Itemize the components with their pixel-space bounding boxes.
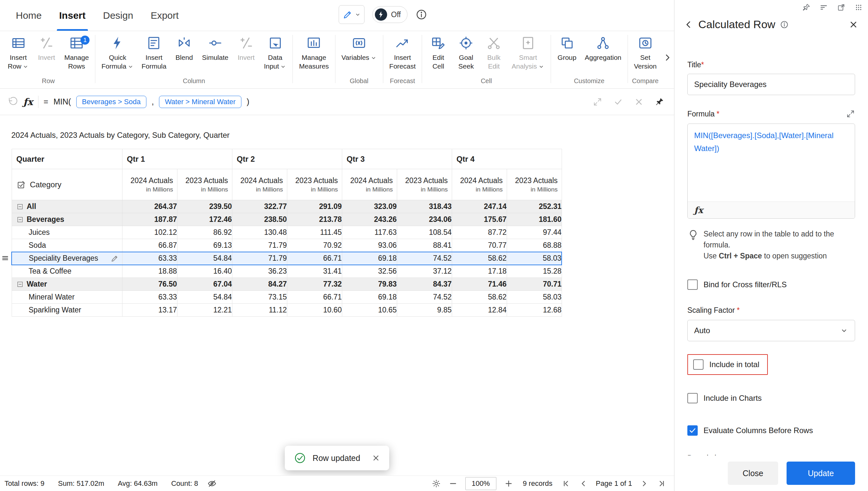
ribbon-button-insert-forecast[interactable]: InsertForecast <box>385 35 420 71</box>
cell-value[interactable]: 36.23 <box>232 265 287 278</box>
zoom-out-button[interactable] <box>448 479 458 488</box>
cell-value[interactable]: 18.88 <box>122 265 177 278</box>
title-input[interactable]: Speciality Beverages <box>687 74 855 95</box>
collapse-icon[interactable] <box>17 216 24 223</box>
cell-value[interactable]: 66.87 <box>122 239 177 252</box>
scaling-factor-select[interactable]: Auto <box>687 320 855 341</box>
cell-value[interactable]: 58.62 <box>452 252 507 265</box>
cell-value[interactable]: 58.03 <box>507 291 562 304</box>
expand-formula-editor-icon[interactable] <box>846 109 855 118</box>
formula-editor-text[interactable]: MIN([Beverages].[Soda],[Water].[Mineral … <box>688 124 855 202</box>
expand-formula-icon[interactable] <box>593 97 602 107</box>
ribbon-button-manage-measures[interactable]: ManageMeasures <box>295 35 333 71</box>
ribbon-button-blend[interactable]: Blend <box>170 35 198 62</box>
row-drag-handle[interactable] <box>1 254 9 262</box>
cell-value[interactable]: 69.18 <box>342 291 397 304</box>
ribbon-button-aggregation[interactable]: Aggregation <box>581 35 625 62</box>
cell-value[interactable]: 88.41 <box>397 239 452 252</box>
zoom-in-button[interactable] <box>504 479 513 488</box>
cell-value[interactable]: 111.45 <box>287 226 342 239</box>
cell-value[interactable]: 66.71 <box>287 252 342 265</box>
next-page-button[interactable] <box>640 479 649 488</box>
cell-value[interactable]: 187.87 <box>122 213 177 226</box>
popout-icon[interactable] <box>837 3 845 12</box>
edit-row-icon[interactable] <box>111 254 119 263</box>
info-icon[interactable] <box>415 8 428 21</box>
close-panel-icon[interactable] <box>848 20 858 29</box>
first-page-button[interactable] <box>562 479 571 488</box>
cell-value[interactable]: 70.77 <box>452 239 507 252</box>
checkbox[interactable] <box>687 280 698 290</box>
table-row-mineral-water[interactable]: Mineral Water63.3354.8473.1566.7169.1874… <box>12 291 562 304</box>
sort-lines-icon[interactable] <box>819 3 828 12</box>
tab-export[interactable]: Export <box>142 0 187 31</box>
zoom-level[interactable]: 100% <box>465 477 496 490</box>
settings-gear-icon[interactable] <box>432 479 441 488</box>
cell-value[interactable]: 213.78 <box>287 213 342 226</box>
cell-value[interactable]: 13.17 <box>122 304 177 317</box>
cell-value[interactable]: 247.14 <box>452 200 507 213</box>
ribbon-button-edit-cell[interactable]: EditCell <box>424 35 452 71</box>
cell-value[interactable]: 71.46 <box>452 278 507 291</box>
ribbon-button-insert-formula[interactable]: InsertFormula <box>138 35 170 71</box>
ribbon-button-insert-row[interactable]: InsertRow <box>4 35 33 71</box>
pin-icon[interactable] <box>655 97 664 107</box>
table-row-speciality-beverages[interactable]: Speciality Beverages63.3354.8471.7966.71… <box>12 252 562 265</box>
ribbon-button-manage-rows[interactable]: 1ManageRows <box>60 35 93 71</box>
cell-value[interactable]: 15.28 <box>507 265 562 278</box>
ribbon-button-simulate[interactable]: Simulate <box>198 35 232 62</box>
bind-cross-filter-checkbox[interactable]: Bind for Cross filter/RLS <box>687 280 855 290</box>
collapse-panel-button[interactable] <box>662 52 673 63</box>
table-row-soda[interactable]: Soda66.8769.1371.7970.9293.0688.4170.776… <box>12 239 562 252</box>
checkbox[interactable] <box>687 425 698 436</box>
cell-value[interactable]: 10.65 <box>342 304 397 317</box>
panel-info-icon[interactable] <box>780 20 789 29</box>
cell-value[interactable]: 93.06 <box>342 239 397 252</box>
ribbon-button-variables[interactable]: Variables <box>338 35 381 62</box>
table-row-tea-coffee[interactable]: Tea & Coffee18.8816.4036.2331.4132.5637.… <box>12 265 562 278</box>
prev-page-button[interactable] <box>579 479 588 488</box>
cell-value[interactable]: 77.32 <box>287 278 342 291</box>
cell-value[interactable]: 318.43 <box>397 200 452 213</box>
cell-value[interactable]: 108.54 <box>397 226 452 239</box>
cell-value[interactable]: 67.04 <box>177 278 232 291</box>
cell-value[interactable]: 9.85 <box>397 304 452 317</box>
top-pin-icon[interactable] <box>802 3 810 12</box>
cell-value[interactable]: 68.88 <box>507 239 562 252</box>
cell-value[interactable]: 12.68 <box>507 304 562 317</box>
live-mode-toggle[interactable]: Off <box>372 6 407 23</box>
cell-value[interactable]: 264.37 <box>122 200 177 213</box>
cell-value[interactable]: 10.60 <box>287 304 342 317</box>
cell-value[interactable]: 97.44 <box>507 226 562 239</box>
cell-value[interactable]: 291.09 <box>287 200 342 213</box>
update-button[interactable]: Update <box>786 462 855 485</box>
cell-value[interactable]: 84.27 <box>232 278 287 291</box>
back-button[interactable] <box>683 20 694 30</box>
toast-close-icon[interactable] <box>372 454 380 462</box>
cell-value[interactable]: 79.83 <box>342 278 397 291</box>
cell-value[interactable]: 12.21 <box>177 304 232 317</box>
formula-chip[interactable]: Beverages > Soda <box>76 96 147 108</box>
table-row-water[interactable]: Water76.5067.0484.2777.3279.8384.3771.46… <box>12 278 562 291</box>
cell-value[interactable]: 87.72 <box>452 226 507 239</box>
cell-value[interactable]: 70.92 <box>287 239 342 252</box>
cell-value[interactable]: 63.33 <box>122 252 177 265</box>
cell-value[interactable]: 172.46 <box>177 213 232 226</box>
cell-value[interactable]: 54.84 <box>177 291 232 304</box>
table-row-beverages[interactable]: Beverages187.87172.46238.50213.78243.262… <box>12 213 562 226</box>
cell-value[interactable]: 32.56 <box>342 265 397 278</box>
cell-value[interactable]: 71.79 <box>232 239 287 252</box>
include-in-total-checkbox[interactable]: Include in total <box>693 359 760 370</box>
cell-value[interactable]: 234.06 <box>397 213 452 226</box>
cell-value[interactable]: 117.63 <box>342 226 397 239</box>
cell-value[interactable]: 17.18 <box>452 265 507 278</box>
cell-value[interactable]: 11.12 <box>232 304 287 317</box>
ribbon-button-goal-seek[interactable]: GoalSeek <box>452 35 480 71</box>
edit-mode-button[interactable] <box>339 5 365 24</box>
cell-value[interactable]: 16.40 <box>177 265 232 278</box>
table-row-sparkling-water[interactable]: Sparkling Water13.1712.2111.1210.6010.65… <box>12 304 562 317</box>
cell-value[interactable]: 130.48 <box>232 226 287 239</box>
cell-value[interactable]: 239.50 <box>177 200 232 213</box>
include-in-charts-checkbox[interactable]: Include in Charts <box>687 393 855 403</box>
cell-value[interactable]: 86.92 <box>177 226 232 239</box>
